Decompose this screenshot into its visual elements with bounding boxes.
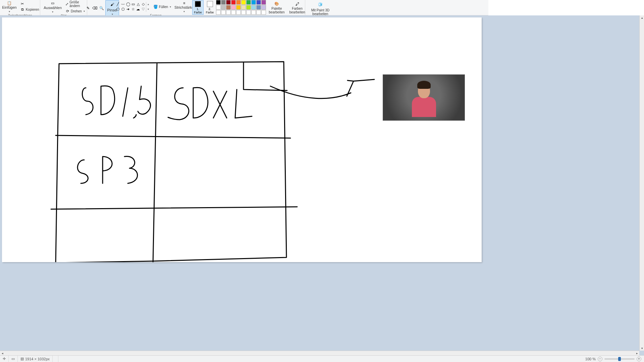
palette-color[interactable] (241, 10, 246, 15)
eraser-tool[interactable]: ⌫ (92, 6, 98, 11)
palette-color[interactable] (236, 0, 241, 5)
group-clipboard: 📋 Einfügen▾ ✂ ⧉ Kopieren Zwischenablage (0, 0, 40, 15)
palette-color[interactable] (231, 0, 236, 5)
palette-color[interactable] (236, 10, 241, 15)
shape-oval-icon[interactable]: ◯ (126, 2, 130, 7)
group-shapes: ╱ 〰 ◯ ▭ △ ◇ ▴ ⬠ ⬡ ➔ ☆ ☁ ♡ ▾ 🪣 Füllen▾ (117, 0, 195, 15)
edit-palette-button[interactable]: 🎨 Palette bearbeiten (267, 1, 286, 14)
palette-color[interactable] (221, 5, 226, 10)
pencil-icon: ✎ (86, 6, 91, 11)
webcam-overlay (383, 74, 465, 121)
palette-color[interactable] (221, 10, 226, 15)
palette-color[interactable] (251, 0, 256, 5)
palette-color[interactable] (226, 5, 231, 10)
shape-star-icon[interactable]: ☆ (131, 7, 136, 12)
shapes-scroll-up[interactable]: ▴ (146, 2, 151, 7)
palette-color[interactable] (231, 5, 236, 10)
shapes-gallery[interactable]: ╱ 〰 ◯ ▭ △ ◇ ▴ ⬠ ⬡ ➔ ☆ ☁ ♡ ▾ (116, 2, 151, 12)
shape-hex-icon[interactable]: ⬡ (121, 7, 125, 12)
palette-color[interactable] (241, 0, 246, 5)
palette-color[interactable] (231, 10, 236, 15)
canvas[interactable] (2, 17, 482, 262)
resize-button[interactable]: ⤢ Größe ändern (64, 0, 86, 8)
shape-curve-icon[interactable]: 〰 (121, 2, 125, 7)
palette-color[interactable] (216, 5, 221, 10)
select-button[interactable]: ▭ Auswählen▾ (42, 0, 64, 14)
palette-color[interactable] (256, 5, 261, 10)
palette-color[interactable] (221, 0, 226, 5)
colors-icon: 🖍 (294, 2, 301, 6)
color2-swatch (207, 1, 213, 7)
palette-color[interactable] (261, 10, 266, 15)
shape-diamond-icon[interactable]: ◇ (141, 2, 146, 7)
drawing-layer (2, 17, 482, 262)
palette-color[interactable] (261, 5, 266, 10)
palette-color[interactable] (226, 0, 231, 5)
palette-color[interactable] (251, 10, 256, 15)
palette-color[interactable] (226, 10, 231, 15)
magnify-icon: 🔍 (99, 6, 104, 11)
palette-color[interactable] (246, 10, 251, 15)
shape-callout-icon[interactable]: ☁ (136, 7, 141, 12)
copy-icon: ⧉ (20, 7, 25, 12)
shape-tri-icon[interactable]: △ (136, 2, 141, 7)
color1-button[interactable]: 1. Farbe (192, 0, 204, 15)
shape-line-icon[interactable]: ╱ (116, 2, 120, 7)
resize-icon: ⤢ (65, 2, 68, 6)
magnify-tool[interactable]: 🔍 (99, 6, 105, 11)
cut-button[interactable]: ✂ (19, 1, 40, 7)
copy-button[interactable]: ⧉ Kopieren (19, 7, 40, 12)
color-palette[interactable] (216, 0, 266, 15)
rotate-button[interactable]: ⟳ Drehen ▾ (64, 8, 86, 14)
shape-heart-icon[interactable]: ♡ (141, 7, 146, 12)
palette-color[interactable] (216, 0, 221, 5)
rotate-icon: ⟳ (65, 9, 70, 13)
color2-button[interactable]: 2. Farbe (204, 0, 216, 15)
shape-rect-icon[interactable]: ▭ (131, 2, 136, 7)
stroke-icon: ≡ (181, 1, 187, 5)
palette-color[interactable] (216, 10, 221, 15)
paste-button[interactable]: 📋 Einfügen▾ (0, 0, 18, 13)
shape-pent-icon[interactable]: ⬠ (116, 7, 120, 12)
palette-color[interactable] (256, 0, 261, 5)
group-tools: ✎ ⌫ 🔍 🖌 Pinsel▾ Tools (87, 0, 117, 15)
cut-icon: ✂ (20, 2, 25, 6)
palette-color[interactable] (246, 0, 251, 5)
palette-icon: 🎨 (273, 2, 280, 6)
shapes-expand[interactable]: ▾ (146, 7, 151, 12)
fill-button[interactable]: 🪣 Füllen▾ (153, 4, 172, 9)
group-paint3d: 🧊 Mit Paint 3D bearbeiten (305, 0, 335, 15)
palette-color[interactable] (241, 5, 246, 10)
fill-icon: 🪣 (153, 4, 158, 9)
color1-swatch (195, 1, 201, 7)
palette-color[interactable] (246, 5, 251, 10)
palette-color[interactable] (261, 0, 266, 5)
palette-color[interactable] (256, 10, 261, 15)
paint3d-icon: 🧊 (316, 1, 325, 8)
palette-color[interactable] (251, 5, 256, 10)
ribbon: 📋 Einfügen▾ ✂ ⧉ Kopieren Zwischenablage … (0, 0, 488, 15)
palette-color[interactable] (236, 5, 241, 10)
paste-icon: 📋 (6, 1, 13, 5)
paint3d-button[interactable]: 🧊 Mit Paint 3D bearbeiten (307, 0, 333, 16)
pencil-tool[interactable]: ✎ (85, 6, 91, 11)
group-colors: 1. Farbe 2. Farbe 🎨 Palette bearbeiten 🖍… (195, 0, 305, 15)
group-image: ▭ Auswählen▾ ⤢ Größe ändern ⟳ Drehen ▾ B… (40, 0, 87, 15)
webcam-person (414, 81, 434, 114)
workspace: ◂ ▸ ▴ ▾ (0, 15, 488, 274)
eraser-icon: ⌫ (93, 6, 97, 11)
edit-colors-button[interactable]: 🖍 Farben bearbeiten (287, 1, 307, 14)
shape-arrowr-icon[interactable]: ➔ (126, 7, 130, 12)
select-icon: ▭ (49, 1, 56, 6)
